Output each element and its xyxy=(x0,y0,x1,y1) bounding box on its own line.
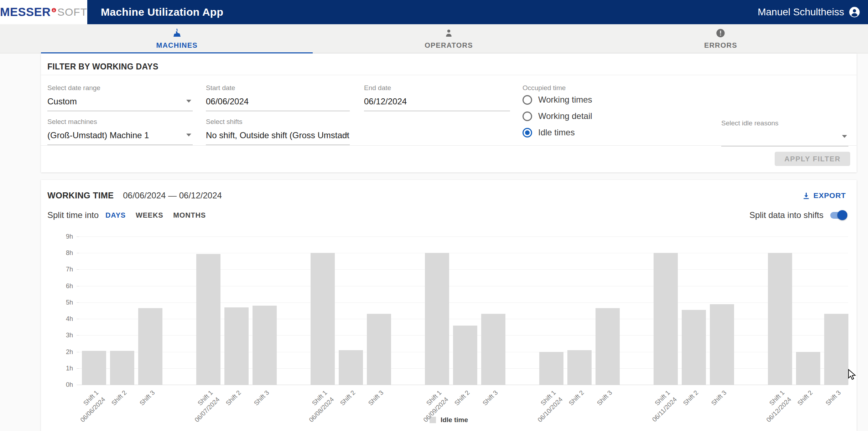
x-tick-label: Shift 2 xyxy=(567,388,586,408)
bar-06/08/2024-shift-1[interactable] xyxy=(311,253,335,385)
machines-value: (Groß-Umstadt) Machine 1 xyxy=(47,130,149,140)
radio-icon[interactable] xyxy=(523,111,532,121)
y-tick-label: 5h xyxy=(66,298,73,306)
bar-slot: Shift 3 xyxy=(710,237,734,385)
user-name: Manuel Schultheiss xyxy=(758,6,844,18)
x-tick-label: Shift 2 xyxy=(452,388,472,408)
bar-06/10/2024-shift-3[interactable] xyxy=(596,308,620,385)
x-tick-label: Shift 3 xyxy=(709,388,729,408)
bar-06/10/2024-shift-2[interactable] xyxy=(567,350,592,385)
split-shifts-toggle[interactable] xyxy=(830,212,846,219)
bar-slot: Shift 2 xyxy=(453,237,477,385)
x-tick-label: Shift 3 xyxy=(137,388,157,408)
bar-06/09/2024-shift-3[interactable] xyxy=(481,314,505,385)
split-option-days[interactable]: DAYS xyxy=(105,211,126,219)
split-shifts-label: Split data into shifts xyxy=(749,210,823,220)
radio-idle-times[interactable]: Idle times xyxy=(523,127,592,138)
chart-legend: Idle time xyxy=(41,416,857,424)
y-tick-label: 8h xyxy=(66,249,73,257)
bar-06/11/2024-shift-2[interactable] xyxy=(682,310,706,385)
bar-06/12/2024-shift-1[interactable] xyxy=(768,253,792,385)
tab-strip: MACHINES OPERATORS ERRORS xyxy=(41,24,857,53)
bar-slot: Shift 2 xyxy=(567,237,592,385)
messersoft-logo: MESSER SOFT xyxy=(0,0,87,24)
bar-06/11/2024-shift-3[interactable] xyxy=(710,304,734,385)
tab-operators-label: OPERATORS xyxy=(425,41,473,50)
apply-filter-button[interactable]: APPLY FILTER xyxy=(775,152,850,166)
export-label: EXPORT xyxy=(814,191,846,200)
split-option-months[interactable]: MONTHS xyxy=(173,211,206,219)
y-tick-label: 3h xyxy=(66,332,73,339)
radio-icon[interactable] xyxy=(523,95,532,105)
filter-card: FILTER BY WORKING DAYS Select date range… xyxy=(41,53,857,172)
bar-06/09/2024-shift-1[interactable] xyxy=(425,253,449,385)
account-icon[interactable] xyxy=(849,6,860,18)
bar-slot: Shift 3 xyxy=(481,237,505,385)
tab-bar: MACHINES OPERATORS ERRORS xyxy=(0,24,868,53)
radio-working-times[interactable]: Working times xyxy=(523,94,592,105)
bar-slot: Shift 106/07/2024 xyxy=(196,237,220,385)
bar-06/12/2024-shift-2[interactable] xyxy=(796,352,820,385)
split-time-label: Split time into xyxy=(47,210,99,220)
bar-slot: Shift 2 xyxy=(682,237,706,385)
bar-06/07/2024-shift-2[interactable] xyxy=(224,307,249,385)
bar-06/12/2024-shift-3[interactable] xyxy=(824,314,848,385)
split-options: DAYS WEEKS MONTHS xyxy=(105,211,206,219)
x-tick-label: Shift 3 xyxy=(480,388,500,408)
tab-machines-label: MACHINES xyxy=(156,41,198,50)
bar-slot: Shift 106/12/2024 xyxy=(768,237,792,385)
x-tick-label: Shift 2 xyxy=(681,388,701,408)
tab-errors[interactable]: ERRORS xyxy=(585,24,857,53)
user-menu[interactable]: Manuel Schultheiss xyxy=(758,6,868,18)
toggle-thumb xyxy=(837,210,847,220)
machine-icon xyxy=(172,28,182,38)
bar-06/08/2024-shift-3[interactable] xyxy=(367,314,391,385)
date-range-select[interactable]: Select date range Custom xyxy=(47,84,193,111)
bar-06/06/2024-shift-2[interactable] xyxy=(110,351,134,385)
radio-idle-times-label: Idle times xyxy=(538,128,575,137)
start-date-field[interactable]: Start date 06/06/2024 xyxy=(206,84,350,111)
bar-slot: Shift 3 xyxy=(596,237,620,385)
logo-soft-text: SOFT xyxy=(57,6,87,18)
working-time-range: 06/06/2024 — 06/12/2024 xyxy=(123,191,222,201)
bar-06/06/2024-shift-3[interactable] xyxy=(138,308,162,385)
bar-06/06/2024-shift-1[interactable] xyxy=(82,351,106,385)
bar-slot: Shift 106/10/2024 xyxy=(539,237,563,385)
radio-icon[interactable] xyxy=(523,128,532,137)
split-option-weeks[interactable]: WEEKS xyxy=(136,211,163,219)
bar-slot: Shift 106/08/2024 xyxy=(311,237,335,385)
tab-operators[interactable]: OPERATORS xyxy=(313,24,584,53)
y-tick-label: 9h xyxy=(66,233,73,240)
shifts-label: Select shifts xyxy=(206,118,350,126)
bar-06/08/2024-shift-2[interactable] xyxy=(339,350,363,385)
bar-slot: Shift 106/11/2024 xyxy=(654,237,678,385)
chart-plot: Shift 106/06/2024Shift 2Shift 3Shift 106… xyxy=(79,237,848,385)
bar-06/07/2024-shift-1[interactable] xyxy=(196,254,220,385)
bar-slot: Shift 3 xyxy=(824,237,848,385)
x-tick-label: Shift 2 xyxy=(795,388,815,408)
bar-06/07/2024-shift-3[interactable] xyxy=(253,306,277,385)
x-tick-label: Shift 3 xyxy=(366,388,386,408)
bar-06/11/2024-shift-1[interactable] xyxy=(654,253,678,385)
x-tick-label: Shift 3 xyxy=(252,388,271,408)
chevron-down-icon xyxy=(186,100,191,105)
tab-machines[interactable]: MACHINES xyxy=(41,24,313,53)
shifts-value: No shift, Outside shift (Gross Umstadt 2… xyxy=(206,130,350,140)
chevron-down-icon xyxy=(842,135,847,140)
bar-group-06/10/2024: Shift 106/10/2024Shift 2Shift 3 xyxy=(539,237,620,385)
radio-working-detail[interactable]: Working detail xyxy=(523,111,592,121)
shifts-select[interactable]: Select shifts No shift, Outside shift (G… xyxy=(206,118,350,145)
person-icon xyxy=(444,28,454,38)
x-tick-label: Shift 3 xyxy=(595,388,614,408)
bar-06/10/2024-shift-1[interactable] xyxy=(539,352,563,385)
radio-working-times-label: Working times xyxy=(538,95,592,105)
bar-group-06/07/2024: Shift 106/07/2024Shift 2Shift 3 xyxy=(196,237,277,385)
machines-select[interactable]: Select machines (Groß-Umstadt) Machine 1 xyxy=(47,118,193,145)
filter-section-title: FILTER BY WORKING DAYS xyxy=(47,62,158,72)
end-date-field[interactable]: End date 06/12/2024 xyxy=(364,84,510,111)
idle-reasons-select[interactable]: Select idle reasons xyxy=(721,119,848,146)
bar-06/09/2024-shift-2[interactable] xyxy=(453,326,477,385)
tab-errors-label: ERRORS xyxy=(704,41,737,50)
date-range-value: Custom xyxy=(47,97,77,106)
export-button[interactable]: EXPORT xyxy=(800,191,848,200)
